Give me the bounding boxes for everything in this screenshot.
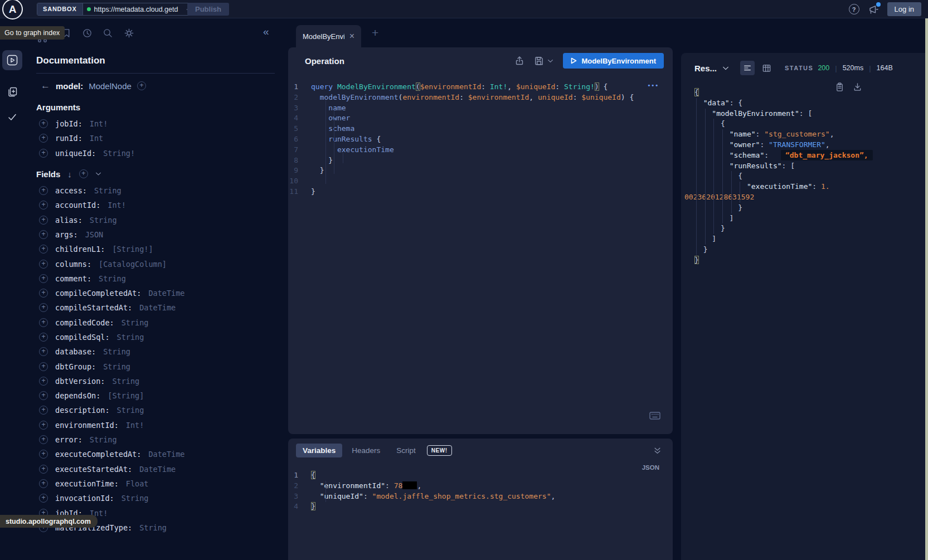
code-line[interactable]: {	[684, 171, 922, 182]
apollo-logo[interactable]: A	[2, 0, 23, 20]
field-type[interactable]: Int!	[90, 119, 108, 128]
field-name[interactable]: executeStartedAt:	[55, 465, 132, 474]
add-field-icon[interactable]: +	[39, 201, 48, 210]
add-field-icon[interactable]: +	[39, 318, 48, 327]
field-name[interactable]: args:	[55, 230, 78, 239]
field-name[interactable]: error:	[55, 435, 82, 444]
code-line[interactable]: 10	[288, 176, 673, 187]
field-name[interactable]: environmentId:	[55, 421, 119, 430]
add-field-icon[interactable]: +	[39, 333, 48, 342]
add-field-icon[interactable]: +	[39, 119, 48, 128]
sidebar-item-schema[interactable]	[7, 86, 18, 98]
field-name[interactable]: accountId:	[55, 201, 100, 210]
add-field-icon[interactable]: +	[39, 435, 48, 444]
tab-close-icon[interactable]: ×	[349, 31, 354, 41]
code-line[interactable]: 2 modelByEnvironment(environmentId: $env…	[288, 92, 673, 103]
code-line[interactable]: ]	[684, 234, 922, 245]
code-line[interactable]: ]	[684, 213, 922, 224]
code-line[interactable]: }	[684, 223, 922, 234]
response-view-text-toggle[interactable]	[740, 61, 755, 75]
breadcrumb-field-type[interactable]: ModelNode	[89, 81, 132, 91]
field-type[interactable]: String	[117, 406, 144, 415]
table-view-icon[interactable]	[762, 64, 771, 73]
field-name[interactable]: compiledSql:	[55, 333, 110, 342]
field-type[interactable]: DateTime	[139, 465, 176, 474]
code-line[interactable]: "schema": “dbt_mary_jackson”,	[684, 150, 922, 161]
sidebar-item-operations[interactable]	[2, 50, 22, 70]
operation-code-editor[interactable]: 1query ModelByEnvironment($environmentId…	[288, 82, 673, 197]
code-line[interactable]: 4}	[288, 501, 673, 512]
add-field-icon[interactable]: +	[39, 347, 48, 356]
field-name[interactable]: jobId:	[55, 119, 82, 128]
field-type[interactable]: DateTime	[148, 289, 184, 298]
operation-menu-ellipsis[interactable]: •••	[648, 82, 659, 89]
field-type[interactable]: String	[90, 435, 117, 444]
new-tab-icon[interactable]: +	[372, 26, 378, 40]
tab-script[interactable]: Script	[390, 444, 422, 457]
field-name[interactable]: comment:	[55, 274, 91, 283]
add-field-icon[interactable]: +	[39, 289, 48, 298]
add-field-icon[interactable]: +	[39, 230, 48, 239]
field-name[interactable]: alias:	[55, 216, 82, 225]
add-field-icon[interactable]: +	[39, 260, 48, 269]
field-name[interactable]: runId:	[55, 134, 82, 143]
field-name[interactable]: uniqueId:	[55, 149, 96, 158]
code-line[interactable]: {	[684, 119, 922, 129]
variables-code-editor[interactable]: 1{2 "environmentId": 78,3 "uniqueId": "m…	[288, 470, 673, 512]
field-type[interactable]: [String]	[108, 391, 144, 400]
field-name[interactable]: executeCompletedAt:	[55, 450, 141, 459]
announcements-megaphone-icon[interactable]	[868, 4, 879, 15]
sort-fields-icon[interactable]: ↓	[67, 169, 72, 179]
publish-button[interactable]: Publish	[187, 3, 229, 16]
field-type[interactable]: String	[112, 377, 139, 386]
add-field-icon[interactable]: +	[39, 134, 48, 143]
code-line[interactable]: "name": "stg_customers",	[684, 129, 922, 140]
code-line[interactable]: }	[684, 203, 922, 213]
field-type[interactable]: String	[94, 186, 122, 195]
chevron-down-icon[interactable]	[95, 172, 101, 176]
settings-gear-icon[interactable]	[124, 28, 134, 38]
endpoint-url-text[interactable]: https://metadata.cloud.getd	[94, 6, 182, 13]
add-field-icon[interactable]: +	[39, 362, 48, 371]
add-field-icon[interactable]: +	[39, 450, 48, 459]
share-icon[interactable]	[514, 56, 524, 66]
code-line[interactable]: 5 schema	[288, 124, 673, 134]
code-line[interactable]: "runResults": [	[684, 161, 922, 172]
sidebar-item-checks[interactable]	[7, 111, 18, 123]
collapse-variables-chevrons-icon[interactable]	[653, 447, 662, 455]
code-line[interactable]: 11}	[288, 187, 673, 197]
code-line[interactable]: 9 }	[288, 165, 673, 176]
field-type[interactable]: [String!]	[112, 245, 153, 254]
field-name[interactable]: dbtVersion:	[55, 377, 105, 386]
code-line[interactable]: 1{	[288, 470, 673, 481]
endpoint-url-input[interactable]: https://metadata.cloud.getd	[83, 3, 202, 15]
field-type[interactable]: Int!	[108, 201, 126, 210]
add-field-icon[interactable]: +	[39, 406, 48, 415]
field-name[interactable]: description:	[55, 406, 110, 415]
code-line[interactable]: {	[684, 87, 922, 98]
add-field-icon[interactable]: +	[39, 465, 48, 474]
field-type[interactable]: String	[122, 494, 149, 503]
code-line[interactable]: "executionTime": 1.	[684, 182, 922, 192]
add-field-icon[interactable]: +	[39, 479, 48, 488]
field-type[interactable]: DateTime	[148, 450, 184, 459]
add-field-icon[interactable]: +	[39, 149, 48, 158]
code-line[interactable]: "data": {	[684, 98, 922, 109]
field-name[interactable]: compileCompletedAt:	[55, 289, 141, 298]
field-type[interactable]: DateTime	[139, 303, 176, 312]
add-all-fields-icon[interactable]: +	[79, 169, 88, 178]
field-type[interactable]: String	[103, 347, 130, 356]
response-dropdown-chevron-icon[interactable]	[722, 66, 729, 71]
add-field-icon[interactable]: +	[39, 421, 48, 430]
field-name[interactable]: dependsOn:	[55, 391, 100, 400]
code-line[interactable]: 2 "environmentId": 78,	[288, 481, 673, 491]
tab-variables[interactable]: Variables	[296, 444, 342, 457]
field-type[interactable]: Float	[126, 479, 149, 488]
save-icon[interactable]	[534, 56, 544, 66]
code-line[interactable]: }	[684, 245, 922, 255]
field-type[interactable]: String	[139, 523, 167, 532]
add-field-to-query-icon[interactable]: +	[137, 81, 146, 90]
add-field-icon[interactable]: +	[39, 216, 48, 225]
add-field-icon[interactable]: +	[39, 303, 48, 312]
field-type[interactable]: String	[103, 362, 130, 371]
